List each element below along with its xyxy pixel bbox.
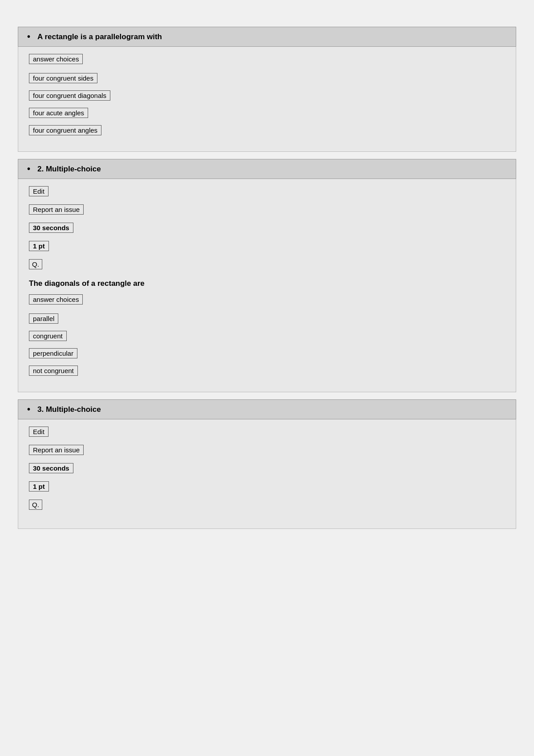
choice-2-4: not congruent [29, 366, 505, 380]
answer-choices-tag-2: answer choices [29, 294, 505, 310]
time-row-3: 30 seconds [29, 463, 505, 478]
q-label-3: Q. [29, 500, 42, 510]
bullet-icon-2: • [27, 164, 30, 174]
points-label-3: 1 pt [29, 481, 49, 492]
question-1-body: answer choices four congruent sides four… [18, 47, 516, 152]
report-button-2[interactable]: Report an issue [29, 204, 84, 215]
question-2-body: Edit Report an issue 30 seconds 1 pt Q. … [18, 179, 516, 392]
edit-button-3[interactable]: Edit [29, 427, 49, 437]
answer-choices-tag-1: answer choices [29, 54, 505, 69]
question-3-title: 3. Multiple-choice [37, 405, 101, 414]
report-row-2: Report an issue [29, 204, 505, 219]
question-2-text: The diagonals of a rectangle are [29, 279, 505, 288]
question-1-header: • A rectangle is a parallelogram with [18, 27, 516, 47]
time-label-2: 30 seconds [29, 223, 73, 233]
question-2: • 2. Multiple-choice Edit Report an issu… [18, 159, 516, 392]
answer-choices-label-2: answer choices [29, 294, 83, 305]
question-1: • A rectangle is a parallelogram with an… [18, 27, 516, 152]
question-2-title: 2. Multiple-choice [37, 165, 101, 174]
points-label-2: 1 pt [29, 241, 49, 251]
report-row-3: Report an issue [29, 445, 505, 459]
edit-row-2: Edit [29, 186, 505, 201]
q-label-row-3: Q. [29, 500, 505, 516]
question-1-title: A rectangle is a parallelogram with [37, 33, 162, 41]
edit-row-3: Edit [29, 427, 505, 441]
points-row-2: 1 pt [29, 241, 505, 256]
choice-1-1: four congruent sides [29, 73, 505, 88]
question-3-header: • 3. Multiple-choice [18, 399, 516, 419]
points-row-3: 1 pt [29, 481, 505, 496]
question-2-header: • 2. Multiple-choice [18, 159, 516, 179]
question-3-body: Edit Report an issue 30 seconds 1 pt Q. [18, 419, 516, 529]
time-row-2: 30 seconds [29, 223, 505, 237]
report-button-3[interactable]: Report an issue [29, 445, 84, 455]
choice-1-3: four acute angles [29, 108, 505, 122]
bullet-icon-3: • [27, 404, 30, 415]
q-label-2: Q. [29, 259, 42, 269]
choice-2-3: perpendicular [29, 348, 505, 363]
q-label-row-2: Q. [29, 259, 505, 276]
choice-1-4: four congruent angles [29, 125, 505, 140]
edit-button-2[interactable]: Edit [29, 186, 49, 196]
choice-1-2: four congruent diagonals [29, 90, 505, 105]
answer-choices-label-1: answer choices [29, 54, 83, 64]
question-3: • 3. Multiple-choice Edit Report an issu… [18, 399, 516, 529]
bullet-icon-1: • [27, 32, 30, 42]
choice-2-1: parallel [29, 313, 505, 328]
choice-2-2: congruent [29, 331, 505, 345]
time-label-3: 30 seconds [29, 463, 73, 473]
